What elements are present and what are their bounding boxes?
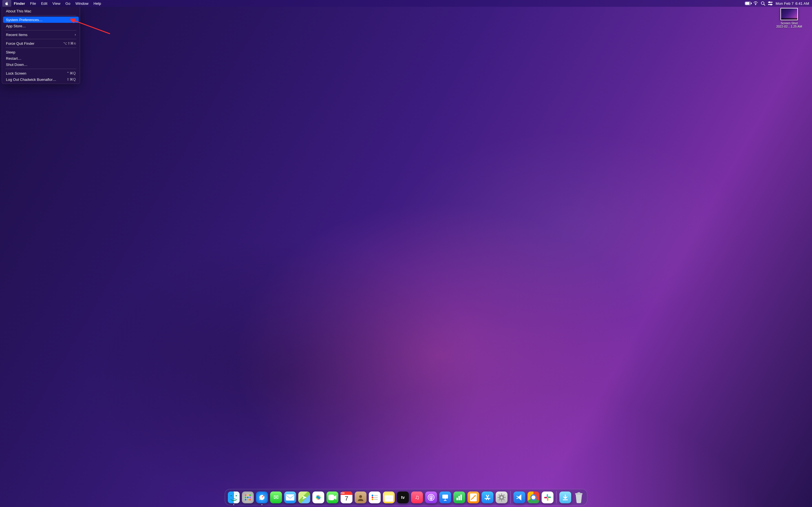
menu-separator — [5, 39, 77, 39]
menu-item-label: Force Quit Finder — [6, 41, 35, 46]
menubar-item-edit[interactable]: Edit — [39, 0, 50, 7]
apple-menu-item-sleep[interactable]: Sleep — [3, 49, 79, 55]
menu-item-label: Shut Down… — [6, 62, 28, 67]
menu-item-label: App Store… — [6, 24, 26, 28]
apple-menu-item-app-store[interactable]: App Store… — [3, 23, 79, 29]
menu-item-label: About This Mac — [6, 9, 31, 13]
menu-separator — [5, 30, 77, 31]
apple-menu-item-restart[interactable]: Restart… — [3, 55, 79, 61]
apple-menu-button[interactable] — [2, 0, 11, 7]
menubar: Finder File Edit View Go Window Help Mon… — [0, 0, 406, 7]
menubar-item-window[interactable]: Window — [73, 0, 91, 7]
apple-menu-item-force-quit-finder[interactable]: Force Quit Finder⌥⇧⌘⎋ — [3, 40, 79, 47]
menu-item-label: Lock Screen — [6, 71, 26, 75]
apple-menu-item-system-preferences[interactable]: System Preferences… — [3, 17, 79, 23]
menu-separator — [5, 48, 77, 48]
menu-item-label: Recent Items — [6, 33, 28, 37]
menubar-item-help[interactable]: Help — [91, 0, 104, 7]
menu-shortcut-label: ⌃⌘Q — [66, 71, 76, 75]
apple-menu-item-about-this-mac[interactable]: About This Mac — [3, 8, 79, 14]
apple-menu-item-shut-down[interactable]: Shut Down… — [3, 61, 79, 68]
menu-item-label: Restart… — [6, 56, 21, 61]
menu-item-label: Sleep — [6, 50, 15, 54]
menubar-app-name[interactable]: Finder — [11, 0, 28, 7]
apple-menu-item-log-out-chadwick-buenaflor[interactable]: Log Out Chadwick Buenaflor…⇧⌘Q — [3, 76, 79, 82]
menu-separator — [5, 69, 77, 69]
apple-menu-item-lock-screen[interactable]: Lock Screen⌃⌘Q — [3, 70, 79, 76]
menu-separator — [5, 15, 77, 15]
chevron-right-icon: › — [75, 33, 76, 37]
menubar-item-view[interactable]: View — [50, 0, 63, 7]
menu-shortcut-label: ⇧⌘Q — [66, 77, 76, 81]
menu-item-label: Log Out Chadwick Buenaflor… — [6, 77, 56, 82]
apple-menu-item-recent-items[interactable]: Recent Items› — [3, 32, 79, 38]
apple-menu-dropdown: About This MacSystem Preferences…App Sto… — [2, 7, 80, 84]
menubar-item-file[interactable]: File — [28, 0, 39, 7]
menu-item-label: System Preferences… — [6, 18, 43, 22]
menu-shortcut-label: ⌥⇧⌘⎋ — [63, 41, 76, 45]
menubar-item-go[interactable]: Go — [63, 0, 73, 7]
